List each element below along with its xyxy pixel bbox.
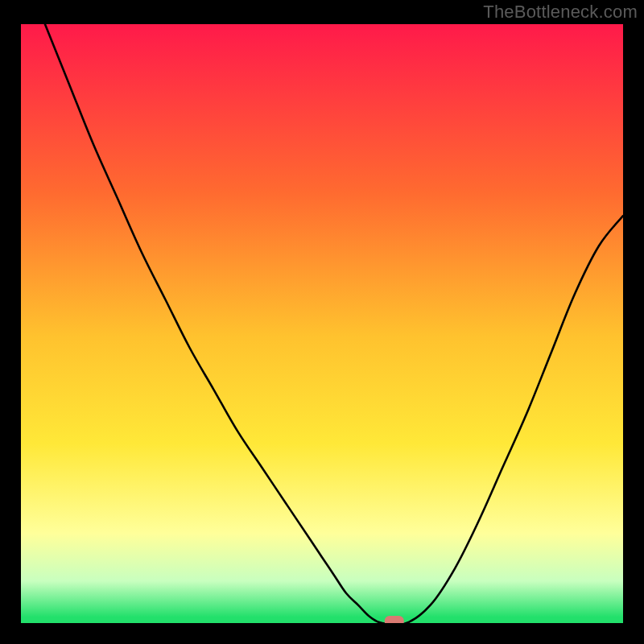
optimal-point-marker xyxy=(385,616,404,623)
attribution-label: TheBottleneck.com xyxy=(483,2,638,23)
bottleneck-chart xyxy=(21,24,623,623)
plot-area xyxy=(21,24,623,623)
gradient-background xyxy=(21,24,623,623)
chart-frame: TheBottleneck.com xyxy=(0,0,644,644)
